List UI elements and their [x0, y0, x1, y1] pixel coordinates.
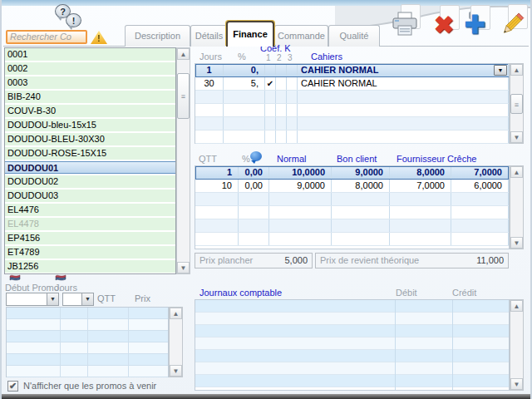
tab-finance[interactable]: Finance — [226, 21, 274, 47]
chevron-down-icon[interactable]: ▼ — [47, 293, 58, 305]
tab-qualite[interactable]: Qualité — [328, 25, 380, 47]
cell-k3[interactable] — [287, 77, 298, 90]
list-item[interactable]: ET4789 — [5, 246, 175, 259]
cell-fournisseur[interactable]: 8,0000 — [390, 166, 451, 179]
tab-details[interactable]: Détails — [190, 25, 228, 47]
promo-start-select[interactable]: ▼ — [6, 293, 59, 306]
table-row — [195, 313, 509, 325]
cell-creche[interactable]: 7,0000 — [451, 166, 509, 179]
coef-grid-scrollbar[interactable]: ▲ ≡ ▼ — [510, 63, 524, 144]
list-item[interactable]: 0002 — [5, 62, 175, 75]
table-row — [195, 131, 509, 144]
table-row[interactable]: 30 5, ✔ CAHIER NORMAL — [195, 77, 509, 91]
prix-revient-label: Prix de revient théorique — [320, 254, 419, 268]
list-item[interactable]: COUV-B-30 — [5, 105, 175, 117]
list-item[interactable]: DOUDOU-BLEU-30X30 — [5, 133, 175, 145]
table-row — [195, 117, 509, 131]
cell-k1-check[interactable]: ✔ — [265, 77, 276, 90]
promo-filter-label: N'afficher que les promos à venir — [23, 381, 156, 391]
promo-grid-scrollbar[interactable]: ▲ ▼ — [169, 307, 183, 377]
cell-fournisseur[interactable]: 7,0000 — [390, 180, 451, 192]
scroll-up-icon[interactable]: ▲ — [510, 64, 523, 76]
cell-pct[interactable]: 0, — [224, 64, 265, 76]
scroll-down-icon[interactable]: ▼ — [177, 262, 190, 273]
scroll-thumb[interactable]: ≡ — [510, 94, 523, 114]
promo-filter-checkbox[interactable]: ✔ — [7, 381, 18, 392]
warning-icon: ! — [91, 31, 107, 44]
list-item-disabled[interactable]: EL4478 — [5, 218, 175, 230]
cell-bon-client[interactable]: 8,0000 — [332, 180, 390, 192]
list-item[interactable]: EP4156 — [5, 232, 175, 244]
dropdown-button[interactable]: ▼ — [494, 65, 507, 76]
table-row[interactable]: 10 0,00 9,0000 8,0000 7,0000 6,0000 — [195, 180, 509, 193]
scroll-up-icon[interactable]: ▲ — [510, 300, 523, 312]
cell-cahiers[interactable]: CAHIER NORMAL ▼ — [298, 64, 509, 76]
list-item-selected[interactable]: DOUDOU01 — [5, 161, 175, 174]
delete-button[interactable]: ✖ — [430, 11, 458, 41]
warning-glyph: ! — [91, 33, 107, 44]
list-item[interactable]: DOUDOU02 — [5, 175, 175, 188]
cell-k2[interactable] — [276, 77, 287, 90]
scroll-up-icon[interactable]: ▲ — [177, 48, 190, 60]
scroll-up-icon[interactable]: ▲ — [170, 308, 182, 319]
list-item[interactable]: DOUDOU-ROSE-15X15 — [5, 147, 175, 160]
grid-line — [452, 300, 453, 390]
cell-bon-client[interactable]: 9,0000 — [332, 166, 390, 179]
list-item[interactable]: DOUDOU-bleu-15x15 — [5, 119, 175, 131]
print-button[interactable] — [391, 10, 419, 40]
cell-normal[interactable]: 9,0000 — [269, 180, 332, 192]
cell-pct[interactable]: 0,00 — [239, 180, 269, 192]
tab-description[interactable]: Description — [125, 25, 190, 47]
journals-grid[interactable] — [195, 299, 510, 391]
scroll-down-icon[interactable]: ▼ — [510, 378, 523, 390]
scroll-up-icon[interactable]: ▲ — [510, 166, 523, 178]
table-row-selected[interactable]: 1 0,00 10,0000 9,0000 8,0000 7,0000 — [195, 166, 509, 180]
comment-bubble-icon[interactable] — [250, 151, 262, 161]
cell-pct[interactable]: 0,00 — [239, 166, 269, 179]
cell-pct[interactable]: 5, — [224, 77, 265, 90]
product-list: 0001 0002 0003 BIB-240 COUV-B-30 DOUDOU-… — [4, 47, 176, 274]
chevron-down-icon[interactable]: ▼ — [81, 293, 93, 305]
journals-credit-header: Crédit — [452, 288, 476, 298]
table-row-selected[interactable]: 1 0, CAHIER NORMAL ▼ — [195, 64, 509, 77]
help-exclaim-icon[interactable]: ! — [66, 13, 81, 27]
cell-qtt[interactable]: 10 — [195, 180, 239, 192]
table-row — [195, 91, 509, 104]
cell-k2[interactable] — [276, 64, 287, 76]
promo-start-label: Début Promo. — [5, 283, 62, 293]
scroll-down-icon[interactable]: ▼ — [170, 365, 182, 377]
table-row — [195, 325, 509, 337]
table-row — [195, 104, 509, 117]
promo-days-select[interactable]: ▼ — [62, 293, 94, 306]
scroll-down-icon[interactable]: ▼ — [510, 237, 523, 249]
cell-jours[interactable]: 30 — [195, 77, 224, 90]
edit-button[interactable] — [498, 10, 526, 40]
cell-creche[interactable]: 6,0000 — [451, 180, 509, 192]
scroll-thumb[interactable]: ≡ — [177, 73, 190, 119]
list-item[interactable]: DOUDOU03 — [5, 190, 175, 202]
cell-normal[interactable]: 10,0000 — [269, 166, 332, 179]
price-grid-scrollbar[interactable]: ▲ ▼ — [510, 165, 524, 249]
add-plus-icon: ✚ — [461, 11, 489, 39]
cell-cahiers[interactable]: CAHIER NORMAL — [298, 77, 509, 90]
list-item[interactable]: JB1256 — [5, 260, 175, 273]
cell-qtt[interactable]: 1 — [195, 166, 239, 179]
table-row — [195, 233, 509, 246]
list-item[interactable]: 0001 — [5, 48, 175, 61]
pencil-icon — [498, 10, 526, 38]
add-button[interactable]: ✚ — [461, 11, 489, 41]
cell-k3[interactable] — [287, 64, 298, 76]
cell-k1[interactable] — [265, 64, 276, 76]
promo-grid[interactable] — [6, 307, 169, 377]
printer-icon — [391, 10, 419, 38]
cahiers-header: Cahiers — [311, 52, 342, 62]
delete-x-icon: ✖ — [430, 11, 458, 39]
list-item[interactable]: EL4476 — [5, 204, 175, 216]
journals-scrollbar[interactable]: ▲ ▼ — [510, 299, 524, 391]
search-input[interactable]: Rechercher Co — [6, 30, 87, 44]
list-item[interactable]: BIB-240 — [5, 91, 175, 103]
cell-jours[interactable]: 1 — [195, 64, 224, 76]
scroll-down-icon[interactable]: ▼ — [510, 131, 523, 143]
product-list-scrollbar[interactable]: ▲ ≡ ▼ — [176, 47, 190, 274]
list-item[interactable]: 0003 — [5, 76, 175, 89]
